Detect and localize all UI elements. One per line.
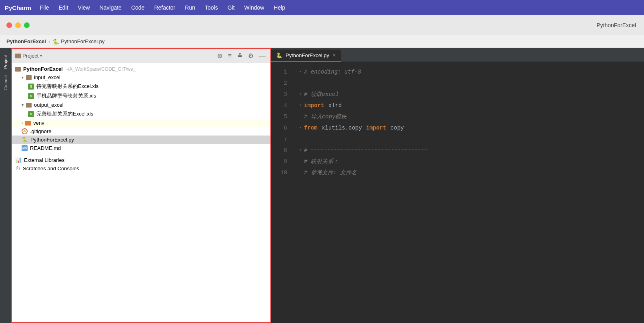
tab-filename: PythonForExcel.py: [286, 52, 329, 58]
output-folder-icon: [26, 103, 32, 108]
menu-tools[interactable]: Tools: [201, 3, 222, 12]
flatten-icon[interactable]: ≡: [226, 52, 233, 60]
root-path: ~/A_WorkSpace/CODE_GIT/ws_: [65, 66, 136, 72]
menu-run[interactable]: Run: [181, 3, 199, 12]
file-readme[interactable]: MD README.md: [12, 144, 270, 152]
xls-icon-3: S: [28, 111, 34, 117]
minimize-panel-icon[interactable]: —: [258, 52, 267, 60]
file-waiting-excel[interactable]: S 待完善映射关系的Excel.xls: [12, 82, 270, 91]
gitignore-label: .gitignore: [30, 128, 51, 134]
file-label-3: 完善映射关系的Excel.xls: [36, 110, 93, 118]
xls-icon-2: S: [28, 93, 34, 99]
line6-module: xlutils.copy: [318, 122, 366, 134]
line9-text: # 映射关系：: [304, 156, 339, 167]
folder-icon: [15, 54, 21, 58]
fold-4[interactable]: ▾: [299, 100, 302, 111]
file-phone-excel[interactable]: S 手机品牌型号映射关系.xls: [12, 91, 270, 101]
toolbar-icons: ⊕ ≡ ≚ ⚙ —: [216, 51, 267, 60]
collapse-icon[interactable]: ≚: [236, 51, 244, 60]
input-folder-icon: [26, 75, 32, 80]
libs-icon: 📊: [15, 157, 22, 163]
project-panel: Project ▾ ⊕ ≡ ≚ ⚙ — PythonForExcel ~/A_W…: [11, 48, 271, 323]
app-brand: PyCharm: [5, 4, 31, 11]
menu-view[interactable]: View: [74, 3, 94, 12]
venv-label: venv: [33, 120, 44, 126]
add-icon[interactable]: ⊕: [216, 51, 224, 60]
project-toolbar: Project ▾ ⊕ ≡ ≚ ⚙ —: [12, 49, 270, 63]
settings-icon[interactable]: ⚙: [246, 51, 255, 60]
menu-refactor[interactable]: Refactor: [150, 3, 179, 12]
title-bar: PythonForExcel: [0, 15, 644, 35]
chevron-down-icon[interactable]: ▾: [40, 54, 42, 58]
menu-bar: PyCharm File Edit View Navigate Code Ref…: [0, 0, 644, 15]
tree-bottom: 📊 External Libraries ⏱ Scratches and Con…: [12, 154, 270, 173]
line8-text: # ~~~~~~~~~~~~~~~~~~~~~~~~~~~~~~~~~~~: [304, 145, 428, 156]
line6-import: import: [366, 122, 386, 134]
external-libraries[interactable]: 📊 External Libraries: [12, 156, 270, 164]
scratches-and-consoles[interactable]: ⏱ Scratches and Consoles: [12, 164, 270, 173]
chevron-input-excel: ▾: [22, 75, 24, 80]
xls-icon-1: S: [28, 84, 34, 90]
fold-6[interactable]: ▾: [299, 122, 302, 134]
code-content[interactable]: ▾ # encoding: utf-8 ▾ # 读取excel ▾ import…: [291, 62, 644, 323]
menu-help[interactable]: Help: [270, 3, 289, 12]
fold-8[interactable]: ▾: [299, 145, 302, 156]
fold-3[interactable]: ▾: [299, 89, 302, 100]
line-numbers: 1 2 3 4 5 6 7 8 9 10: [271, 62, 291, 323]
external-libs-label: External Libraries: [24, 157, 64, 163]
file-gitignore[interactable]: ⊘ .gitignore: [12, 127, 270, 136]
code-editor[interactable]: 1 2 3 4 5 6 7 8 9 10 ▾ # encoding: utf-8: [271, 62, 644, 323]
scratches-label: Scratches and Consoles: [23, 165, 79, 171]
folder-venv[interactable]: › venv: [12, 119, 270, 127]
maximize-button[interactable]: [24, 22, 30, 28]
window-title: PythonForExcel: [596, 22, 636, 28]
fold-1[interactable]: ▾: [299, 66, 302, 78]
editor-area: 🐍 PythonForExcel.py ✕ 1 2 3 4 5 6 7 8 9 …: [271, 48, 644, 323]
menu-navigate[interactable]: Navigate: [96, 3, 126, 12]
menu-code[interactable]: Code: [127, 3, 148, 12]
venv-folder-icon: [25, 121, 31, 126]
tab-close-button[interactable]: ✕: [332, 53, 336, 58]
menu-window[interactable]: Window: [240, 3, 268, 12]
traffic-lights: [6, 22, 30, 28]
folder-output-excel[interactable]: ▾ output_excel: [12, 101, 270, 109]
menu-edit[interactable]: Edit: [54, 3, 72, 12]
code-line-9: ▾ # 映射关系：: [299, 156, 636, 167]
breadcrumb-project[interactable]: PythonForExcel: [6, 38, 46, 44]
side-tabs: Project Commit: [0, 48, 11, 323]
code-line-3: ▾ # 读取excel: [299, 89, 636, 100]
project-title-label: Project: [22, 53, 38, 59]
breadcrumb-bar: PythonForExcel › 🐍 PythonForExcel.py: [0, 35, 644, 48]
sidebar-tab-project[interactable]: Project: [2, 52, 10, 72]
line6-copy: copy: [387, 122, 404, 134]
readme-label: README.md: [30, 145, 61, 151]
git-icon: ⊘: [22, 128, 28, 134]
code-line-8: ▾ # ~~~~~~~~~~~~~~~~~~~~~~~~~~~~~~~~~~~: [299, 145, 636, 156]
folder-input-excel[interactable]: ▾ input_excel: [12, 73, 270, 82]
code-line-6: ▾ from xlutils.copy import copy: [299, 122, 636, 134]
line4-xlrd: xlrd: [325, 100, 342, 111]
breadcrumb-file[interactable]: 🐍 PythonForExcel.py: [52, 38, 104, 45]
file-complete-excel[interactable]: S 完善映射关系的Excel.xls: [12, 109, 270, 119]
main-py-label: PythonForExcel.py: [30, 137, 74, 143]
code-line-4: ▾ import xlrd: [299, 100, 636, 111]
minimize-button[interactable]: [15, 22, 21, 28]
py-icon-main: 🐍: [22, 137, 28, 143]
md-icon: MD: [22, 145, 28, 151]
tree-root[interactable]: PythonForExcel ~/A_WorkSpace/CODE_GIT/ws…: [12, 65, 270, 73]
sidebar-tab-commit[interactable]: Commit: [2, 72, 10, 94]
input-excel-label: input_excel: [34, 74, 60, 80]
line10-text: # 参考文件: 文件名: [304, 167, 357, 178]
file-main-py[interactable]: 🐍 PythonForExcel.py: [12, 136, 270, 144]
close-button[interactable]: [6, 22, 12, 28]
line5-text: # 导入copy模块: [304, 111, 346, 122]
code-line-2: [299, 78, 636, 89]
output-excel-label: output_excel: [34, 102, 64, 108]
line4-import: import: [304, 100, 324, 111]
editor-tabs: 🐍 PythonForExcel.py ✕: [271, 48, 644, 62]
file-label-2: 手机品牌型号映射关系.xls: [36, 92, 96, 100]
menu-file[interactable]: File: [36, 3, 53, 12]
editor-tab-main[interactable]: 🐍 PythonForExcel.py ✕: [271, 50, 341, 62]
menu-git[interactable]: Git: [224, 3, 239, 12]
code-line-1: ▾ # encoding: utf-8: [299, 66, 636, 78]
